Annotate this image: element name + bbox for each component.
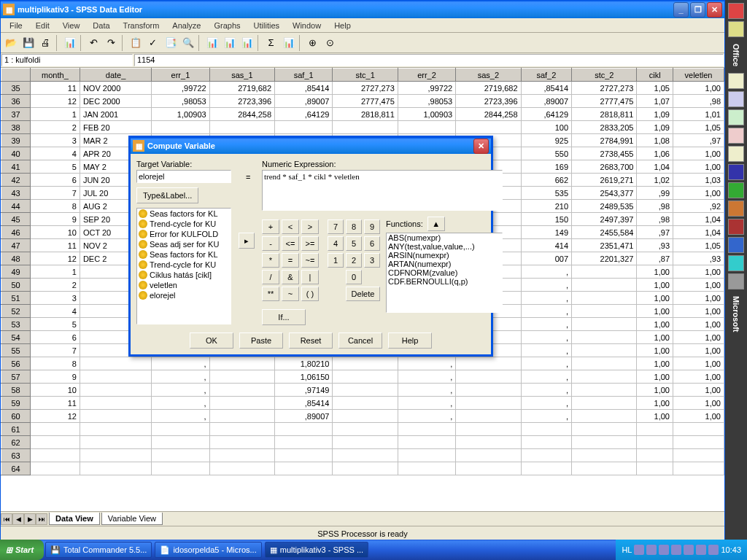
row-header[interactable]: 40 [1, 147, 31, 160]
grid-cell[interactable]: 1,00 [637, 318, 673, 331]
grid-cell[interactable]: 1,05 [673, 121, 724, 134]
grid-cell[interactable]: 2455,584 [572, 226, 637, 239]
grid-cell[interactable] [572, 357, 637, 370]
grid-cell[interactable] [80, 397, 151, 410]
grid-cell[interactable]: 1,00 [673, 331, 724, 344]
grid-cell[interactable]: 169 [521, 160, 571, 174]
column-header[interactable]: err_1 [152, 69, 209, 82]
row-header[interactable]: 48 [1, 252, 31, 265]
keypad-8[interactable]: 8 [346, 219, 362, 234]
grid-cell[interactable] [398, 462, 455, 475]
grid-cell[interactable]: 2723,396 [456, 95, 521, 108]
grid-cell[interactable]: 6 [31, 331, 80, 344]
column-header[interactable]: sas_2 [456, 69, 521, 82]
tray-icon[interactable] [634, 545, 644, 555]
menu-data[interactable]: Data [87, 20, 115, 31]
grid-cell[interactable]: 10 [31, 226, 80, 239]
grid-cell[interactable] [31, 449, 80, 462]
grid-cell[interactable] [31, 436, 80, 449]
grid-cell[interactable]: ,64129 [275, 108, 333, 121]
grid-cell[interactable] [572, 331, 637, 344]
grid-cell[interactable]: FEB 20 [80, 121, 151, 134]
start-button[interactable]: ⊞Start [0, 540, 44, 560]
grid-cell[interactable] [209, 357, 274, 370]
office-misc-icon[interactable] [728, 273, 744, 289]
grid-cell[interactable]: 1,00 [637, 370, 673, 384]
grid-cell[interactable] [152, 121, 209, 134]
grid-cell[interactable] [398, 423, 455, 436]
grid-cell[interactable]: , [521, 305, 571, 318]
grid-cell[interactable]: 1,00 [673, 410, 724, 423]
grid-cell[interactable]: 1,06150 [275, 370, 333, 384]
row-header[interactable]: 42 [1, 174, 31, 187]
grid-cell[interactable]: 1,00 [673, 279, 724, 292]
grid-cell[interactable] [209, 449, 274, 462]
grid-cell[interactable]: 1,08 [637, 134, 673, 147]
keypad-3[interactable]: 3 [364, 253, 380, 268]
row-header[interactable]: 63 [1, 449, 31, 462]
grid-cell[interactable]: 5 [31, 160, 80, 174]
toolbar-button[interactable]: ✓ [144, 35, 161, 51]
grid-cell[interactable]: , [398, 397, 455, 410]
grid-cell[interactable] [333, 397, 398, 410]
minimize-button[interactable]: _ [673, 2, 689, 18]
keypad-|[interactable]: | [301, 270, 319, 284]
grid-cell[interactable] [521, 423, 571, 436]
grid-cell[interactable] [333, 370, 398, 384]
tray-icon[interactable] [646, 545, 657, 555]
office-word-icon[interactable] [728, 164, 744, 180]
column-header[interactable]: saf_1 [275, 69, 333, 82]
grid-cell[interactable]: ,85414 [521, 82, 571, 95]
tab-nav-next[interactable]: ▶ [24, 513, 36, 525]
grid-cell[interactable] [572, 305, 637, 318]
grid-cell[interactable] [398, 121, 455, 134]
row-header[interactable]: 54 [1, 331, 31, 344]
grid-cell[interactable] [333, 423, 398, 436]
grid-cell[interactable]: 1,05 [673, 239, 724, 252]
paste-button[interactable]: Paste [239, 332, 283, 349]
grid-cell[interactable]: 1,80210 [275, 357, 333, 370]
grid-cell[interactable]: 3 [31, 134, 80, 147]
row-header[interactable]: 55 [1, 344, 31, 357]
menu-utilities[interactable]: Utilities [248, 20, 285, 31]
grid-cell[interactable] [572, 318, 637, 331]
grid-cell[interactable]: ,98 [673, 95, 724, 108]
function-item[interactable]: ABS(numexpr) [387, 233, 502, 242]
grid-cell[interactable] [637, 436, 673, 449]
add-variable-arrow-button[interactable]: ▸ [239, 233, 255, 249]
grid-cell[interactable]: , [152, 410, 209, 423]
toolbar-button[interactable]: 📋 [127, 35, 144, 51]
grid-cell[interactable] [209, 397, 274, 410]
grid-cell[interactable] [333, 121, 398, 134]
grid-cell[interactable] [209, 410, 274, 423]
function-item[interactable]: ARSIN(numexpr) [387, 251, 502, 260]
grid-cell[interactable] [572, 265, 637, 279]
grid-cell[interactable] [572, 410, 637, 423]
grid-cell[interactable] [275, 121, 333, 134]
keypad-0[interactable]: 0 [346, 270, 362, 284]
grid-cell[interactable]: ,99722 [398, 82, 455, 95]
functions-list[interactable]: ABS(numexpr)ANY(test,value,value,...)ARS… [386, 233, 503, 313]
grid-cell[interactable]: , [521, 279, 571, 292]
office-other-icon[interactable] [728, 255, 744, 271]
grid-cell[interactable]: NOV 2000 [80, 82, 151, 95]
tray-icon[interactable] [696, 545, 706, 555]
row-header[interactable]: 60 [1, 410, 31, 423]
row-header[interactable]: 35 [1, 82, 31, 95]
grid-cell[interactable]: 1,07 [637, 95, 673, 108]
grid-cell[interactable] [275, 423, 333, 436]
grid-cell[interactable]: 1,06 [637, 147, 673, 160]
system-tray[interactable]: HL 10:43 [616, 540, 747, 560]
row-header[interactable]: 56 [1, 357, 31, 370]
grid-cell[interactable] [673, 436, 724, 449]
grid-cell[interactable]: , [521, 265, 571, 279]
grid-cell[interactable]: 1,00 [673, 147, 724, 160]
row-header[interactable]: 49 [1, 265, 31, 279]
menu-window[interactable]: Window [287, 20, 327, 31]
grid-cell[interactable]: , [152, 384, 209, 397]
keypad-Delete[interactable]: Delete [346, 287, 380, 301]
cell-name-box[interactable]: 1 : kulfoldi [1, 54, 133, 66]
grid-cell[interactable]: 1,09 [637, 108, 673, 121]
keypad-*[interactable]: * [262, 253, 279, 268]
grid-cell[interactable]: ,93 [673, 252, 724, 265]
